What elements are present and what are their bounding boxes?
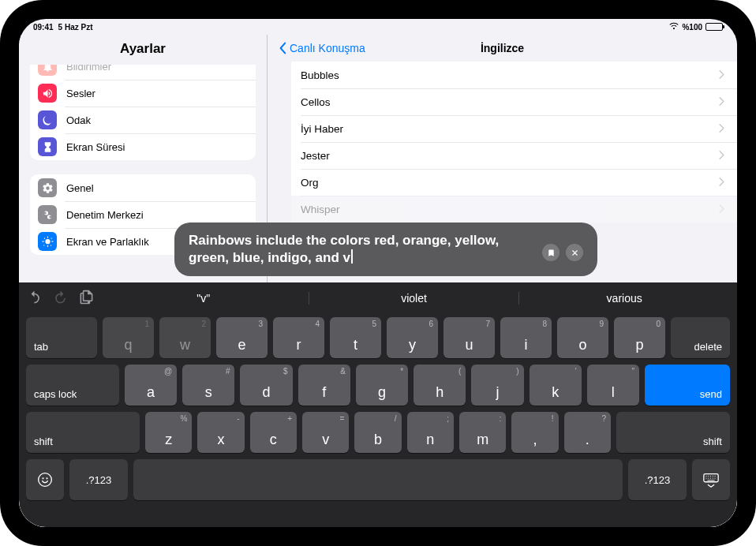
key-a[interactable]: a@ <box>125 365 177 406</box>
sidebar-item-general[interactable]: Genel <box>30 174 256 201</box>
back-button[interactable]: Canlı Konuşma <box>277 42 365 54</box>
voice-row[interactable]: Jester <box>291 142 737 169</box>
voice-label: Org <box>301 177 319 189</box>
key-j[interactable]: j) <box>471 365 523 406</box>
key-shift-right[interactable]: shift <box>616 412 730 453</box>
sidebar-item-label: Ekran ve Parlaklık <box>66 236 149 248</box>
key-.[interactable]: .? <box>564 412 611 453</box>
sidebar-item-label: Sesler <box>66 88 95 99</box>
voice-label: Whisper <box>301 204 340 215</box>
svg-point-1 <box>42 477 43 479</box>
key-x[interactable]: x- <box>197 412 244 453</box>
prediction-bar: "v" violet various <box>19 282 737 314</box>
key-r[interactable]: r4 <box>273 317 324 358</box>
key-s[interactable]: s# <box>182 365 234 406</box>
voice-row[interactable]: İyi Haber <box>291 115 737 142</box>
key-symbols-right[interactable]: .?123 <box>628 459 687 500</box>
key-o[interactable]: o9 <box>557 317 608 358</box>
sidebar-item-label: Bildirimler <box>66 65 111 73</box>
text-cursor <box>351 249 353 264</box>
sidebar-item-focus[interactable]: Odak <box>30 107 256 133</box>
key-i[interactable]: i8 <box>500 317 552 358</box>
status-date: 5 Haz Pzt <box>58 23 93 32</box>
voice-row[interactable]: Bubbles <box>291 62 737 88</box>
close-button[interactable] <box>566 244 583 261</box>
switches-icon <box>38 205 57 224</box>
key-p[interactable]: p0 <box>614 317 665 358</box>
key-h[interactable]: h( <box>414 365 466 406</box>
key-c[interactable]: c+ <box>250 412 297 453</box>
detail-header: Canlı Konuşma İngilizce <box>268 35 737 62</box>
key-z[interactable]: z% <box>145 412 192 453</box>
chevron-right-icon <box>719 68 724 82</box>
key-send[interactable]: send <box>645 365 730 406</box>
key-u[interactable]: u7 <box>443 317 495 358</box>
key-m[interactable]: m: <box>459 412 506 453</box>
live-speech-text[interactable]: Rainbows include the colors red, orange,… <box>189 232 533 267</box>
key-delete[interactable]: delete <box>671 317 730 358</box>
voice-row[interactable]: Whisper <box>291 196 737 223</box>
key-e[interactable]: e3 <box>216 317 268 358</box>
key-hide-keyboard[interactable] <box>692 459 730 500</box>
key-row-1: tab q1w2e3r4t5y6u7i8o9p0delete <box>26 317 730 358</box>
key-w[interactable]: w2 <box>159 317 211 358</box>
svg-point-2 <box>46 477 47 479</box>
key-y[interactable]: y6 <box>387 317 438 358</box>
key-space[interactable] <box>133 459 623 500</box>
wifi-icon <box>669 22 679 32</box>
clipboard-icon[interactable] <box>79 290 94 308</box>
prediction-2[interactable]: violet <box>309 292 519 305</box>
key-n[interactable]: n; <box>407 412 454 453</box>
gear-icon <box>38 178 57 197</box>
key-k[interactable]: k' <box>530 365 582 406</box>
key-q[interactable]: q1 <box>103 317 154 358</box>
back-label: Canlı Konuşma <box>290 42 365 54</box>
detail-title: İngilizce <box>481 42 524 54</box>
key-f[interactable]: f& <box>298 365 350 406</box>
redo-icon[interactable] <box>53 290 68 308</box>
key-symbols-left[interactable]: .?123 <box>69 459 128 500</box>
key-tab[interactable]: tab <box>26 317 97 358</box>
sidebar-title: Ayarlar <box>19 35 267 65</box>
voice-list: BubblesCellosİyi HaberJesterOrgWhisper <box>268 62 737 223</box>
chevron-right-icon <box>719 95 724 109</box>
key-,[interactable]: ,! <box>511 412 558 453</box>
chevron-right-icon <box>719 175 724 189</box>
key-emoji[interactable] <box>26 459 64 500</box>
key-b[interactable]: b/ <box>354 412 401 453</box>
speaker-icon <box>38 84 57 103</box>
key-shift-left[interactable]: shift <box>26 412 140 453</box>
voice-label: Bubbles <box>301 69 339 81</box>
key-g[interactable]: g* <box>356 365 408 406</box>
ipad-frame: 09:41 5 Haz Pzt %100 Ayarlar <box>0 0 756 546</box>
voice-row[interactable]: Cellos <box>291 88 737 115</box>
sidebar-item-label: Denetim Merkezi <box>66 209 144 221</box>
key-row-4: .?123 .?123 <box>26 459 730 500</box>
sidebar-item-label: Odak <box>66 114 91 126</box>
settings-group-1: Bildirimler Sesler Odak Ekran Süres <box>30 65 256 160</box>
prediction-1[interactable]: "v" <box>99 292 309 305</box>
voice-row[interactable]: Org <box>291 169 737 196</box>
bell-icon <box>38 65 57 76</box>
sidebar-item-notifications[interactable]: Bildirimler <box>30 65 256 80</box>
key-row-3: shift z%x-c+v=b/n;m:,!.?shift <box>26 412 730 453</box>
chevron-right-icon <box>719 202 724 216</box>
sidebar-item-screentime[interactable]: Ekran Süresi <box>30 133 256 160</box>
prediction-3[interactable]: various <box>518 292 729 305</box>
key-l[interactable]: l" <box>587 365 639 406</box>
bookmark-button[interactable] <box>542 244 560 261</box>
brightness-icon <box>38 232 57 251</box>
undo-icon[interactable] <box>27 290 42 308</box>
hourglass-icon <box>38 137 57 156</box>
screen: 09:41 5 Haz Pzt %100 Ayarlar <box>19 19 737 527</box>
sidebar-item-sounds[interactable]: Sesler <box>30 80 256 107</box>
key-v[interactable]: v= <box>302 412 349 453</box>
chevron-right-icon <box>719 148 724 163</box>
live-speech-actions <box>542 244 583 261</box>
keyboard: "v" violet various tab q1w2e3r4t5y6u7i8o… <box>19 282 737 527</box>
key-capslock[interactable]: caps lock <box>26 365 119 406</box>
live-speech-bubble[interactable]: Rainbows include the colors red, orange,… <box>174 223 597 276</box>
key-d[interactable]: d$ <box>240 365 292 406</box>
status-bar: 09:41 5 Haz Pzt %100 <box>19 19 737 35</box>
key-t[interactable]: t5 <box>330 317 381 358</box>
